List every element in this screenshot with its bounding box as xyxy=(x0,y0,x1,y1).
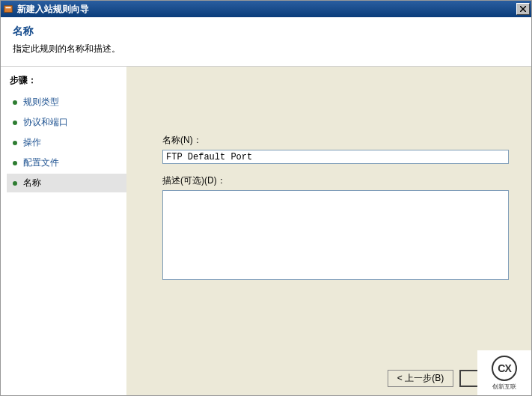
steps-heading: 步骤： xyxy=(7,73,126,93)
step-name[interactable]: 名称 xyxy=(7,174,126,192)
button-bar: < 上一步(B) 完成(F) xyxy=(126,361,531,395)
wizard-body: 步骤： 规则类型 协议和端口 操作 配置文件 名称 xyxy=(1,67,531,395)
description-input[interactable] xyxy=(162,190,509,280)
close-button[interactable] xyxy=(516,3,530,15)
step-label: 配置文件 xyxy=(23,156,59,169)
wizard-window: 新建入站规则向导 名称 指定此规则的名称和描述。 步骤： 规则类型 协议和端口 … xyxy=(0,0,532,396)
finish-button[interactable]: 完成(F) xyxy=(459,370,525,387)
page-title: 名称 xyxy=(13,25,519,38)
app-icon xyxy=(2,3,14,15)
step-action[interactable]: 操作 xyxy=(7,133,126,152)
bullet-icon xyxy=(11,119,19,127)
step-label: 名称 xyxy=(23,177,41,189)
bullet-icon xyxy=(11,139,19,147)
name-label: 名称(N)： xyxy=(162,134,509,147)
svg-rect-1 xyxy=(6,7,11,8)
step-rule-type[interactable]: 规则类型 xyxy=(7,93,126,112)
step-label: 操作 xyxy=(23,136,41,149)
titlebar: 新建入站规则向导 xyxy=(1,1,531,17)
bullet-icon xyxy=(11,159,19,167)
description-label: 描述(可选)(D)： xyxy=(162,174,509,187)
back-button[interactable]: < 上一步(B) xyxy=(388,370,453,387)
step-label: 规则类型 xyxy=(23,96,59,109)
bullet-icon xyxy=(11,180,19,187)
close-icon xyxy=(520,6,526,12)
svg-rect-0 xyxy=(4,6,13,13)
step-profile[interactable]: 配置文件 xyxy=(7,153,126,172)
page-subtitle: 指定此规则的名称和描述。 xyxy=(13,43,519,55)
step-label: 协议和端口 xyxy=(23,116,68,129)
step-protocol-port[interactable]: 协议和端口 xyxy=(7,113,126,132)
name-input[interactable] xyxy=(162,150,509,164)
form-area: 名称(N)： 描述(可选)(D)： xyxy=(162,134,509,282)
bullet-icon xyxy=(11,99,19,106)
steps-sidebar: 步骤： 规则类型 协议和端口 操作 配置文件 名称 xyxy=(1,67,126,395)
wizard-content: 名称(N)： 描述(可选)(D)： < 上一步(B) 完成(F) xyxy=(126,67,531,395)
window-title: 新建入站规则向导 xyxy=(17,3,516,16)
wizard-header: 名称 指定此规则的名称和描述。 xyxy=(1,17,531,67)
